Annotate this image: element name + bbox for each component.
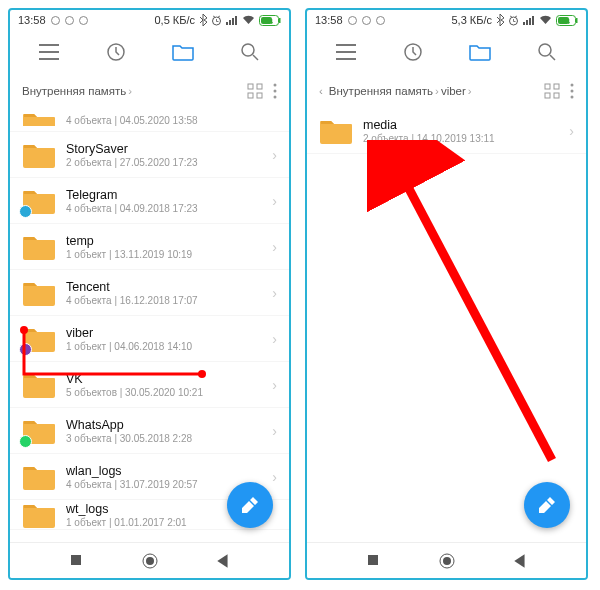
folder-meta: 2 объекта | 27.05.2020 17:23 [66,157,262,168]
svg-point-25 [539,44,551,56]
view-grid-icon[interactable] [247,83,263,99]
nav-recent-icon[interactable] [366,553,382,569]
folder-row[interactable]: temp1 объект | 13.11.2019 10:19› [10,224,289,270]
top-toolbar [10,30,289,74]
more-vert-icon[interactable] [570,83,574,99]
chevron-right-icon: › [272,147,277,163]
phone-left: 13:58 0,5 КБ/с 54 Внутренняя память › 4 … [8,8,291,580]
breadcrumb[interactable]: ‹ Внутренняя память › viber › [307,74,586,108]
svg-point-30 [571,84,574,87]
svg-point-16 [146,557,154,565]
bluetooth-icon [496,14,504,26]
nav-home-icon[interactable] [142,553,158,569]
search-icon[interactable] [239,41,261,63]
breadcrumb[interactable]: Внутренняя память › [10,74,289,108]
broom-icon [536,494,558,516]
status-dot-icon [376,16,385,25]
svg-rect-29 [554,93,559,98]
svg-point-13 [274,96,277,99]
search-icon[interactable] [536,41,558,63]
chevron-right-icon: › [468,85,472,97]
folder-name: wlan_logs [66,464,262,478]
status-time: 13:58 [18,14,46,26]
folder-row[interactable]: 4 объекта | 04.05.2020 13:58 [10,108,289,132]
recent-icon[interactable] [105,41,127,63]
status-dot-icon [348,16,357,25]
breadcrumb-root: Внутренняя память [22,85,126,97]
folder-row[interactable]: Tencent4 объекта | 16.12.2018 17:07› [10,270,289,316]
folder-meta: 3 объекта | 30.05.2018 2:28 [66,433,262,444]
svg-text:54: 54 [562,17,570,24]
nav-home-icon[interactable] [439,553,455,569]
chevron-right-icon: › [272,469,277,485]
top-toolbar [307,30,586,74]
folder-meta: 1 объект | 13.11.2019 10:19 [66,249,262,260]
folder-name: StorySaver [66,142,262,156]
nav-back-icon[interactable] [215,553,231,569]
folder-tab-icon[interactable] [469,41,491,63]
folder-meta: 1 объект | 04.06.2018 14:10 [66,341,262,352]
nav-back-icon[interactable] [512,553,528,569]
svg-rect-28 [545,93,550,98]
folder-icon [22,110,56,126]
alarm-icon [508,15,519,26]
menu-icon[interactable] [38,41,60,63]
folder-icon [22,279,56,307]
svg-point-31 [571,90,574,93]
svg-rect-9 [248,93,253,98]
svg-rect-14 [71,555,81,565]
folder-name: Tencent [66,280,262,294]
svg-point-32 [571,96,574,99]
folder-icon [319,117,353,145]
alarm-icon [211,15,222,26]
bluetooth-icon [199,14,207,26]
broom-icon [239,494,261,516]
svg-rect-33 [368,555,378,565]
folder-row[interactable]: WhatsApp3 объекта | 30.05.2018 2:28› [10,408,289,454]
svg-point-35 [443,557,451,565]
system-navbar [10,542,289,578]
folder-name: viber [66,326,262,340]
status-dot-icon [79,16,88,25]
folder-meta: 4 объекта | 04.09.2018 17:23 [66,203,262,214]
more-vert-icon[interactable] [273,83,277,99]
status-network: 5,3 КБ/с [451,14,492,26]
menu-icon[interactable] [335,41,357,63]
folder-row[interactable]: Telegram4 объекта | 04.09.2018 17:23› [10,178,289,224]
svg-rect-3 [279,18,281,23]
folder-icon [22,187,56,215]
chevron-right-icon: › [435,85,439,97]
folder-icon [22,463,56,491]
recent-icon[interactable] [402,41,424,63]
system-navbar [307,542,586,578]
status-time: 13:58 [315,14,343,26]
chevron-right-icon: › [272,193,277,209]
status-bar: 13:58 5,3 КБ/с 54 [307,10,586,30]
svg-rect-8 [257,84,262,89]
folder-row[interactable]: VK5 объектов | 30.05.2020 10:21› [10,362,289,408]
svg-rect-7 [248,84,253,89]
folder-tab-icon[interactable] [172,41,194,63]
battery-icon: 54 [259,15,281,26]
svg-rect-26 [545,84,550,89]
clean-fab[interactable] [524,482,570,528]
folder-name: media [363,118,559,132]
breadcrumb-sub: viber [441,85,466,97]
chevron-right-icon: › [272,331,277,347]
folder-meta: 2 объекта | 14.10.2019 13:11 [363,133,559,144]
chevron-right-icon: › [128,85,132,97]
status-dot-icon [51,16,60,25]
folder-name: WhatsApp [66,418,262,432]
view-grid-icon[interactable] [544,83,560,99]
status-bar: 13:58 0,5 КБ/с 54 [10,10,289,30]
nav-recent-icon[interactable] [69,553,85,569]
folder-meta: 5 объектов | 30.05.2020 10:21 [66,387,262,398]
chevron-right-icon: › [272,377,277,393]
folder-name: temp [66,234,262,248]
clean-fab[interactable] [227,482,273,528]
folder-row[interactable]: media2 объекта | 14.10.2019 13:11› [307,108,586,154]
folder-row[interactable]: StorySaver2 объекта | 27.05.2020 17:23› [10,132,289,178]
folder-icon [22,417,56,445]
folder-row[interactable]: viber1 объект | 04.06.2018 14:10› [10,316,289,362]
svg-point-12 [274,90,277,93]
